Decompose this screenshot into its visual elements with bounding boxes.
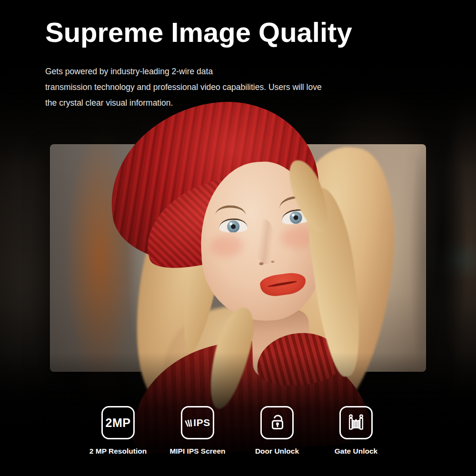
feature-door-unlock: Door Unlock	[237, 406, 317, 456]
page-title: Supreme Image Quality	[45, 18, 455, 47]
feature-ips: IPS MIPI IPS Screen	[157, 406, 238, 456]
feature-label: 2 MP Resolution	[89, 447, 147, 456]
hero-paragraph: Gets powered by industry-leading 2-wire …	[45, 64, 359, 111]
portrait-lips	[259, 271, 307, 298]
feature-label: MIPI IPS Screen	[169, 447, 225, 456]
hero-paragraph-line: transmission technology and professional…	[45, 79, 359, 95]
hero-paragraph-line: the crystal clear visual information.	[45, 95, 359, 111]
hero-paragraph-line: Gets powered by industry-leading 2-wire …	[45, 64, 359, 79]
feature-label: Gate Unlock	[335, 447, 377, 456]
portrait-eyebrow	[215, 205, 246, 218]
portrait-nose	[253, 218, 277, 265]
portrait-blush	[209, 234, 243, 258]
gate-unlock-icon	[339, 406, 373, 439]
2mp-badge-text: 2MP	[106, 416, 131, 430]
ad-page: Supreme Image Quality Gets powered by in…	[0, 0, 476, 476]
feature-2mp: 2MP 2 MP Resolution	[78, 406, 159, 456]
ips-slashes-icon	[185, 418, 192, 427]
mipi-ips-icon: IPS	[181, 406, 214, 439]
ips-text: IPS	[193, 417, 210, 428]
feature-label: Door Unlock	[255, 447, 299, 456]
feature-gate-unlock: Gate Unlock	[316, 406, 397, 456]
portrait-eye	[219, 218, 248, 233]
2mp-badge-icon: 2MP	[101, 406, 135, 439]
door-unlock-icon	[260, 406, 294, 439]
